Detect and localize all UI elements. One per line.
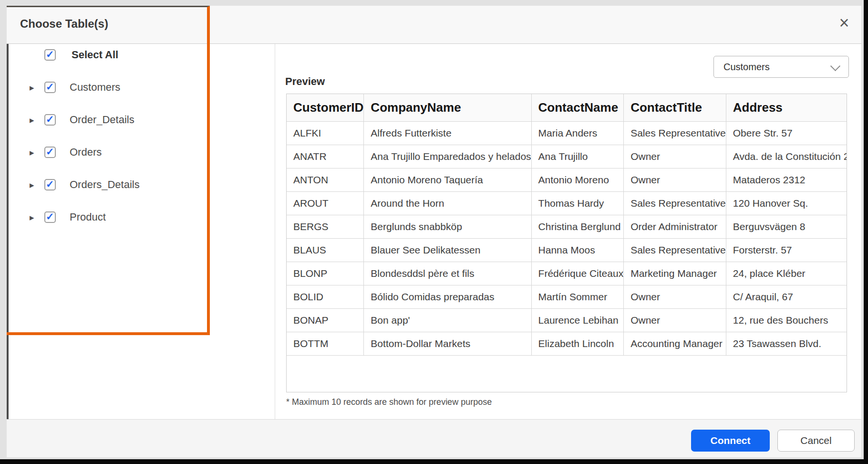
cell: 120 Hanover Sq. (726, 192, 847, 215)
cell: Martín Sommer (531, 285, 624, 309)
cell: Antonio Moreno Taquería (364, 169, 531, 192)
expand-arrow-icon[interactable]: ▸ (30, 212, 34, 223)
table-checkbox[interactable]: ✓ (44, 211, 56, 223)
column-header-companyname: CompanyName (364, 94, 531, 122)
cell: Laurence Lebihan (531, 309, 624, 332)
cell: Sales Representative (624, 192, 726, 215)
cell: BOLID (287, 285, 364, 309)
expand-arrow-icon[interactable]: ▸ (30, 179, 34, 190)
table-row: ANTONAntonio Moreno TaqueríaAntonio More… (287, 169, 847, 192)
cell: 24, place Kléber (726, 262, 847, 285)
table-checkbox[interactable]: ✓ (44, 147, 56, 158)
table-row: BERGSBerglunds snabbköpChristina Berglun… (287, 215, 847, 239)
cell: Bólido Comidas preparadas (364, 285, 531, 309)
cell: Order Administrator (624, 215, 726, 239)
table-row: BLAUSBlauer See DelikatessenHanna MoosSa… (287, 239, 847, 262)
tree-item-label[interactable]: Orders_Details (70, 179, 140, 191)
cell: Owner (624, 145, 726, 169)
cell: AROUT (287, 192, 364, 215)
table-row: BOLIDBólido Comidas preparadasMartín Som… (287, 285, 847, 309)
tree-item-label[interactable]: Product (70, 211, 106, 223)
tree-item-label[interactable]: Select All (72, 49, 118, 61)
cell: Blondesddsl père et fils (364, 262, 531, 285)
cell: Sales Representative (624, 239, 726, 262)
preview-table: CustomerIDCompanyNameContactNameContactT… (287, 94, 847, 356)
screen: Choose Table(s) × ✓ Select All ▸✓Custome… (0, 0, 868, 464)
connect-button[interactable]: Connect (691, 430, 770, 452)
cell: Mataderos 2312 (726, 169, 847, 192)
tree-item-select-all[interactable]: ✓ Select All (0, 39, 267, 71)
cell: Avda. de la Constitución 2222 (726, 145, 847, 169)
preview-label: Preview (285, 75, 325, 88)
tree-item-customers[interactable]: ▸✓Customers (0, 71, 267, 104)
cell: Ana Trujillo (531, 145, 624, 169)
tree-item-label[interactable]: Order_Details (70, 114, 134, 126)
tree-item-product[interactable]: ▸✓Product (0, 201, 267, 233)
checkmark-icon: ✓ (46, 49, 54, 60)
cell: BLAUS (287, 239, 364, 262)
column-header-customerid: CustomerID (287, 94, 364, 122)
cell: Maria Anders (531, 122, 624, 145)
tree-item-orders_details[interactable]: ▸✓Orders_Details (0, 169, 267, 201)
cell: C/ Araquil, 67 (726, 285, 847, 309)
checkmark-icon: ✓ (46, 211, 54, 222)
panel-divider (275, 44, 275, 419)
cell: BLONP (287, 262, 364, 285)
tree-item-label[interactable]: Customers (70, 81, 120, 94)
checkmark-icon: ✓ (46, 146, 54, 158)
cell: ANATR (287, 145, 364, 169)
screen-edge (864, 0, 868, 464)
cell: Thomas Hardy (531, 192, 624, 215)
cancel-button[interactable]: Cancel (777, 430, 855, 452)
table-row: ANATRAna Trujillo Emparedados y heladosA… (287, 145, 847, 169)
cell: Blauer See Delikatessen (364, 239, 531, 262)
cell: 23 Tsawassen Blvd. (726, 332, 847, 356)
table-header-row: CustomerIDCompanyNameContactNameContactT… (287, 94, 847, 122)
cell: BOTTM (287, 332, 364, 356)
cell: BERGS (287, 215, 364, 239)
table-select-dropdown[interactable]: Customers (713, 56, 849, 78)
cell: Owner (624, 169, 726, 192)
cell: Bottom-Dollar Markets (364, 332, 531, 356)
chevron-down-icon (830, 61, 840, 71)
table-row: BONAPBon app'Laurence LebihanOwner12, ru… (287, 309, 847, 332)
preview-note: * Maximum 10 records are shown for previ… (286, 397, 492, 407)
cell: Christina Berglund (531, 215, 624, 239)
table-checkbox[interactable]: ✓ (44, 179, 56, 190)
cell: 12, rue des Bouchers (726, 309, 847, 332)
cell: Ana Trujillo Emparedados y helados (364, 145, 531, 169)
cell: Elizabeth Lincoln (531, 332, 624, 356)
dropdown-selected-value: Customers (723, 56, 770, 77)
expand-arrow-icon[interactable]: ▸ (30, 147, 34, 158)
dialog-header (7, 6, 861, 44)
column-header-contacttitle: ContactTitle (624, 94, 726, 122)
table-checkbox[interactable]: ✓ (44, 114, 56, 126)
checkmark-icon: ✓ (46, 179, 54, 190)
column-header-address: Address (726, 94, 847, 122)
tables-tree-panel: ✓ Select All ▸✓Customers▸✓Order_Details▸… (0, 39, 267, 233)
cell: Antonio Moreno (531, 169, 624, 192)
cell: Sales Representative (624, 122, 726, 145)
table-row: AROUTAround the HornThomas HardySales Re… (287, 192, 847, 215)
select-all-checkbox[interactable]: ✓ (44, 49, 56, 61)
checkmark-icon: ✓ (46, 114, 54, 125)
table-checkbox[interactable]: ✓ (44, 82, 56, 93)
tree-item-label[interactable]: Orders (70, 146, 102, 158)
cell: Marketing Manager (624, 262, 726, 285)
tree-item-order_details[interactable]: ▸✓Order_Details (0, 104, 267, 136)
expand-arrow-icon[interactable]: ▸ (30, 115, 34, 126)
close-icon[interactable]: × (835, 12, 854, 33)
screen-edge (0, 459, 868, 464)
cell: Hanna Moos (531, 239, 624, 262)
cell: ANTON (287, 169, 364, 192)
tree-item-orders[interactable]: ▸✓Orders (0, 136, 267, 169)
expand-arrow-icon[interactable]: ▸ (30, 82, 34, 93)
table-row: BOTTMBottom-Dollar MarketsElizabeth Linc… (287, 332, 847, 356)
preview-table-container: CustomerIDCompanyNameContactNameContactT… (286, 94, 847, 392)
cell: Obere Str. 57 (726, 122, 847, 145)
cell: Around the Horn (364, 192, 531, 215)
table-row: ALFKIAlfreds FutterkisteMaria AndersSale… (287, 122, 847, 145)
table-row: BLONPBlondesddsl père et filsFrédérique … (287, 262, 847, 285)
cell: Frédérique Citeaux (531, 262, 624, 285)
cell: BONAP (287, 309, 364, 332)
